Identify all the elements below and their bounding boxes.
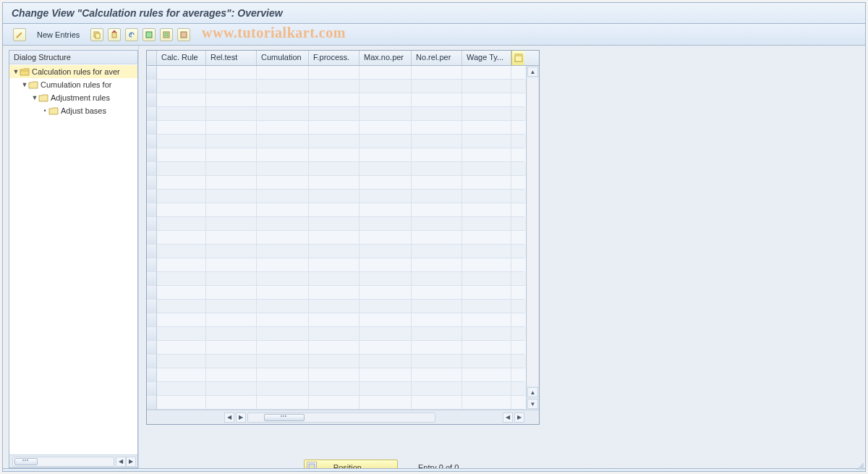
cell[interactable] [206, 80, 257, 93]
cell[interactable] [206, 121, 257, 135]
cell[interactable] [257, 176, 309, 190]
table-row[interactable] [147, 245, 526, 258]
cell[interactable] [462, 217, 511, 231]
cell[interactable] [412, 66, 462, 80]
row-selector[interactable] [147, 190, 157, 203]
cell[interactable] [157, 245, 206, 258]
tree-item[interactable]: ▼ Adjustment rules [9, 91, 137, 104]
table-row[interactable] [147, 203, 526, 217]
sidebar-hscroll-thumb[interactable] [14, 458, 38, 465]
row-selector[interactable] [147, 93, 157, 107]
cell[interactable] [206, 382, 257, 396]
cell[interactable] [412, 396, 462, 410]
tree-item[interactable]: • Adjust bases [9, 104, 137, 117]
cell[interactable] [412, 355, 462, 368]
resize-grip[interactable] [856, 462, 864, 470]
cell[interactable] [206, 107, 257, 121]
cell[interactable] [359, 176, 412, 190]
cell[interactable] [157, 176, 206, 190]
row-selector[interactable] [147, 300, 157, 313]
tree-twisty[interactable]: • [41, 107, 48, 114]
column-header[interactable]: Wage Ty... [462, 51, 511, 65]
chevron-left-icon[interactable]: ◀ [224, 412, 234, 423]
table-row[interactable] [147, 341, 526, 355]
cell[interactable] [206, 327, 257, 341]
cell[interactable] [257, 217, 309, 231]
cell[interactable] [257, 368, 309, 382]
cell[interactable] [309, 80, 359, 93]
table-row[interactable] [147, 107, 526, 121]
cell[interactable] [412, 341, 462, 355]
cell[interactable] [309, 203, 359, 217]
cell[interactable] [157, 355, 206, 368]
new-entries-button[interactable]: New Entries [30, 27, 86, 42]
grid-select-all[interactable] [147, 51, 157, 65]
cell[interactable] [359, 300, 412, 313]
cell[interactable] [206, 245, 257, 258]
cell[interactable] [257, 313, 309, 327]
cell[interactable] [309, 327, 359, 341]
cell[interactable] [359, 355, 412, 368]
cell[interactable] [462, 176, 511, 190]
row-selector[interactable] [147, 121, 157, 135]
cell[interactable] [257, 203, 309, 217]
cell[interactable] [157, 148, 206, 162]
cell[interactable] [157, 203, 206, 217]
column-header[interactable]: Max.no.per [359, 51, 412, 65]
cell[interactable] [157, 135, 206, 148]
cell[interactable] [412, 162, 462, 176]
cell[interactable] [359, 327, 412, 341]
table-row[interactable] [147, 190, 526, 203]
cell[interactable] [309, 313, 359, 327]
cell[interactable] [462, 396, 511, 410]
row-selector[interactable] [147, 245, 157, 258]
cell[interactable] [359, 80, 412, 93]
column-header[interactable]: Cumulation [257, 51, 309, 65]
cell[interactable] [462, 286, 511, 300]
cell[interactable] [412, 368, 462, 382]
cell[interactable] [359, 217, 412, 231]
cell[interactable] [257, 382, 309, 396]
cell[interactable] [462, 272, 511, 286]
tree-twisty[interactable]: ▼ [12, 68, 20, 75]
column-header[interactable]: Rel.test [206, 51, 257, 65]
cell[interactable] [257, 80, 309, 93]
row-selector[interactable] [147, 203, 157, 217]
cell[interactable] [309, 368, 359, 382]
cell[interactable] [359, 162, 412, 176]
cell[interactable] [412, 327, 462, 341]
cell[interactable] [257, 93, 309, 107]
cell[interactable] [257, 341, 309, 355]
row-selector[interactable] [147, 313, 157, 327]
row-selector[interactable] [147, 258, 157, 272]
cell[interactable] [359, 203, 412, 217]
cell[interactable] [309, 148, 359, 162]
cell[interactable] [412, 190, 462, 203]
cell[interactable] [309, 272, 359, 286]
configure-columns-icon[interactable] [511, 51, 524, 65]
cell[interactable] [206, 258, 257, 272]
table-row[interactable] [147, 286, 526, 300]
select-all-icon[interactable] [142, 28, 156, 41]
cell[interactable] [359, 107, 412, 121]
cell[interactable] [412, 258, 462, 272]
cell[interactable] [257, 135, 309, 148]
cell[interactable] [309, 162, 359, 176]
column-header[interactable]: Calc. Rule [157, 51, 206, 65]
cell[interactable] [309, 121, 359, 135]
cell[interactable] [309, 231, 359, 245]
cell[interactable] [462, 80, 511, 93]
cell[interactable] [157, 190, 206, 203]
cell[interactable] [309, 245, 359, 258]
undo-icon[interactable] [125, 28, 138, 41]
cell[interactable] [309, 341, 359, 355]
cell[interactable] [412, 107, 462, 121]
cell[interactable] [412, 300, 462, 313]
table-row[interactable] [147, 135, 526, 148]
cell[interactable] [257, 231, 309, 245]
cell[interactable] [257, 162, 309, 176]
chevron-right-icon[interactable]: ▶ [126, 457, 136, 467]
row-selector[interactable] [147, 355, 157, 368]
table-row[interactable] [147, 368, 526, 382]
cell[interactable] [157, 300, 206, 313]
